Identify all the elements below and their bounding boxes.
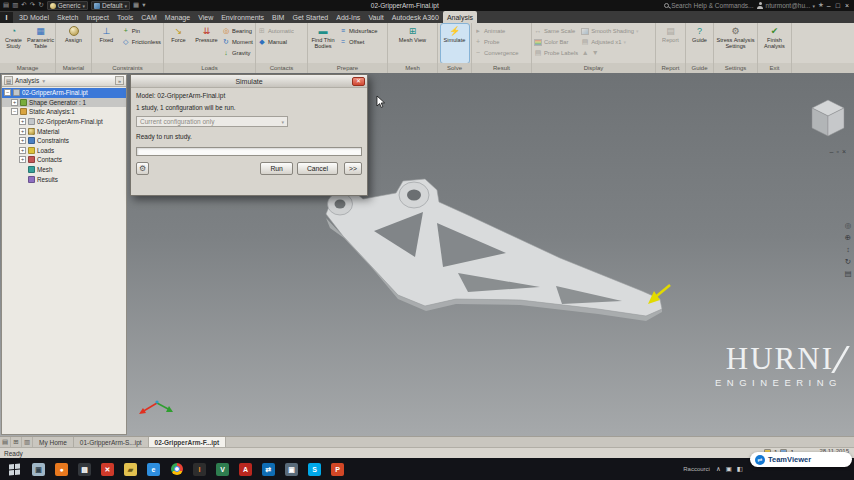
search-field[interactable]: Search Help & Commands... xyxy=(664,2,753,9)
taskbar-file-explorer[interactable]: ▰ xyxy=(120,460,141,478)
help-arrow-icon[interactable]: ▾ xyxy=(142,2,145,9)
tree-node-results[interactable]: Results xyxy=(2,174,126,184)
create-study-button[interactable]: ◔ Create Study xyxy=(1,24,26,63)
expand-icon[interactable]: + xyxy=(19,137,26,144)
assign-material-button[interactable]: Assign xyxy=(60,24,88,63)
pan-icon[interactable]: ⊕ xyxy=(845,233,851,242)
dialog-close-icon[interactable]: ✕ xyxy=(352,77,365,86)
collapse-icon[interactable]: − xyxy=(11,108,18,115)
print-icon[interactable]: ▥ xyxy=(12,2,18,9)
taskbar-internet-explorer[interactable]: e xyxy=(143,460,164,478)
chevron-down-icon[interactable]: ▼ xyxy=(41,78,46,84)
zoom-icon[interactable]: ↕ xyxy=(846,245,850,254)
tab-3d-model[interactable]: 3D Model xyxy=(15,11,53,23)
browser-toggle-icon[interactable]: ▤ xyxy=(0,437,11,447)
network-icon[interactable]: ▣ xyxy=(726,465,732,473)
maximize-button[interactable]: □ xyxy=(836,2,840,9)
expand-icon[interactable]: + xyxy=(19,147,26,154)
finish-analysis-button[interactable]: ✔ Finish Analysis xyxy=(761,24,789,63)
update-icon[interactable]: ↻ xyxy=(38,2,43,9)
tree-node-root-part[interactable]: − 02-GripperArm-Final.ipt xyxy=(2,88,126,98)
tab-cam[interactable]: CAM xyxy=(137,11,161,23)
taskbar-red-app[interactable]: ✕ xyxy=(97,460,118,478)
favorites-star-icon[interactable]: ★ xyxy=(818,2,824,9)
tab-get-started[interactable]: Get Started xyxy=(288,11,332,23)
pin-constraint-button[interactable]: + Pin xyxy=(121,26,162,36)
guide-button[interactable]: ? Guide xyxy=(687,24,712,63)
pressure-button[interactable]: ⇊ Pressure xyxy=(193,24,220,63)
gravity-button[interactable]: ↓ Gravity xyxy=(221,48,254,58)
tree-node-shape-generator[interactable]: + Shape Generator : 1 xyxy=(2,98,126,108)
find-thin-bodies-button[interactable]: ▬ Find Thin Bodies xyxy=(309,24,337,63)
collapse-icon[interactable]: − xyxy=(4,89,11,96)
look-at-icon[interactable]: ▤ xyxy=(844,269,851,278)
midsurface-button[interactable]: ≡ Midsurface xyxy=(338,26,378,36)
frictionless-constraint-button[interactable]: ◇ Frictionless xyxy=(121,37,162,47)
close-button[interactable]: × xyxy=(845,2,849,9)
taskbar-terminal[interactable]: ▤ xyxy=(74,460,95,478)
taskbar-vault[interactable]: V xyxy=(212,460,233,478)
cancel-button[interactable]: Cancel xyxy=(297,162,338,175)
tree-node-constraints[interactable]: + Constraints xyxy=(2,136,126,146)
offset-button[interactable]: = Offset xyxy=(338,37,378,47)
minimize-button[interactable]: – xyxy=(827,2,831,9)
doc-tab-01-gripperarm[interactable]: 01-GripperArm-S...ipt xyxy=(74,437,149,447)
volume-icon[interactable]: ◧ xyxy=(737,465,743,473)
tab-bim[interactable]: BIM xyxy=(268,11,288,23)
dialog-gear-icon[interactable]: ⚙ xyxy=(136,162,149,175)
force-button[interactable]: ↘ Force xyxy=(165,24,192,63)
expand-icon[interactable]: + xyxy=(11,99,18,106)
tile-windows-icon[interactable]: ⊞ xyxy=(11,437,22,447)
start-button[interactable] xyxy=(2,458,26,480)
tray-shortcut-label[interactable]: Raccourci xyxy=(683,466,710,472)
more-options-button[interactable]: >> xyxy=(344,162,362,175)
save-icon[interactable]: ▤ xyxy=(3,2,9,9)
tab-view[interactable]: View xyxy=(194,11,217,23)
tree-node-material[interactable]: + Material xyxy=(2,126,126,136)
taskbar-remote-app[interactable]: ▣ xyxy=(28,460,49,478)
tab-analysis[interactable]: Analysis xyxy=(443,11,477,23)
run-button[interactable]: Run xyxy=(260,162,292,175)
orbit-icon[interactable]: ↻ xyxy=(845,257,851,266)
switch-document-icon[interactable]: ▥ xyxy=(22,437,33,447)
appearance-dropdown[interactable]: Default ▾ xyxy=(91,1,130,10)
browser-menu-icon[interactable]: » xyxy=(115,76,124,85)
measure-icon[interactable]: ▦ xyxy=(133,2,139,9)
doc-tab-my-home[interactable]: My Home xyxy=(33,437,74,447)
tree-node-part[interactable]: + 02-GripperArm-Final.ipt xyxy=(2,117,126,127)
taskbar-skype[interactable]: S xyxy=(304,460,325,478)
browser-panel-icon[interactable]: ▤ xyxy=(4,76,13,85)
tab-tools[interactable]: Tools xyxy=(113,11,137,23)
expand-icon[interactable]: + xyxy=(19,118,26,125)
tab-inspect[interactable]: Inspect xyxy=(82,11,113,23)
moment-button[interactable]: ↻ Moment xyxy=(221,37,254,47)
expand-icon[interactable]: + xyxy=(19,128,26,135)
tab-environments[interactable]: Environments xyxy=(217,11,268,23)
expand-icon[interactable]: + xyxy=(19,156,26,163)
ta skbar-acrobat[interactable]: A xyxy=(235,460,256,478)
redo-icon[interactable]: ↷ xyxy=(30,2,35,9)
tree-node-mesh[interactable]: Mesh xyxy=(2,165,126,175)
dialog-title-bar[interactable]: Simulate ✕ xyxy=(131,75,367,88)
teamviewer-popup[interactable]: ⇄ TeamViewer xyxy=(750,452,852,467)
stress-analysis-settings-button[interactable]: ⚙ Stress Analysis Settings xyxy=(716,24,756,63)
steering-wheel-icon[interactable]: ◎ xyxy=(845,221,852,230)
tab-autodesk-a360[interactable]: Autodesk A360 xyxy=(388,11,443,23)
tree-node-static-analysis[interactable]: − Static Analysis:1 xyxy=(2,107,126,117)
tab-manage[interactable]: Manage xyxy=(161,11,194,23)
tree-node-loads[interactable]: + Loads xyxy=(2,146,126,156)
taskbar-teamviewer-app[interactable]: ⇄ xyxy=(258,460,279,478)
account-menu[interactable]: nturmont@hu... ▾ xyxy=(757,2,815,9)
tab-sketch[interactable]: Sketch xyxy=(53,11,82,23)
doc-tab-02-gripperarm[interactable]: 02-GripperArm-F...ipt xyxy=(149,437,227,447)
parametric-table-button[interactable]: ▦ Parametric Table xyxy=(27,24,54,63)
undo-icon[interactable]: ↶ xyxy=(21,2,26,9)
mesh-view-button[interactable]: ⊞ Mesh View xyxy=(399,24,427,63)
view-cube[interactable] xyxy=(812,100,844,136)
application-menu-button[interactable]: I xyxy=(0,12,13,23)
fixed-constraint-button[interactable]: ⊥ Fixed xyxy=(93,24,120,63)
simulate-button[interactable]: ⚡ Simulate xyxy=(441,24,469,63)
show-hidden-icons[interactable]: ∧ xyxy=(716,465,721,473)
tab-add-ins[interactable]: Add-Ins xyxy=(332,11,364,23)
taskbar-firefox[interactable]: ● xyxy=(51,460,72,478)
